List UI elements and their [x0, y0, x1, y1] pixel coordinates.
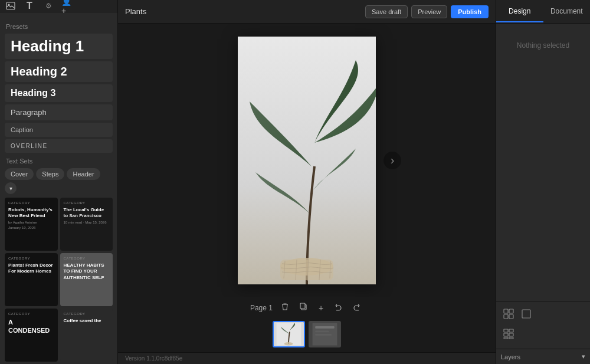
main-toolbar: Plants Save draft Preview Publish — [118, 0, 496, 24]
layout-icons — [501, 326, 585, 344]
right-sidebar: Design Document Nothing selected — [496, 0, 590, 364]
card5-title: A CONDENSED — [8, 318, 54, 335]
user-add-icon[interactable]: 👤+ — [61, 0, 73, 12]
preset-overline[interactable]: OVERLINE — [5, 139, 113, 153]
main-content: Plants Save draft Preview Publish — [118, 0, 496, 364]
preset-heading2[interactable]: Heading 2 — [5, 61, 113, 82]
card1-author: by Agatha Antoine — [8, 221, 54, 225]
left-sidebar: T ⚙ 👤+ Presets Heading 1 Heading 2 Headi… — [0, 0, 118, 364]
preview-card-1[interactable]: CATEGORY Robots, Humanity's New Best Fri… — [5, 198, 58, 251]
card5-category: CATEGORY — [8, 312, 54, 317]
preview-card-6[interactable]: CATEGORY Coffee saved the — [60, 309, 113, 362]
svg-rect-18 — [509, 314, 513, 319]
preview-card-2[interactable]: CATEGORY The Local's Guide to San Franci… — [60, 198, 113, 251]
preset-paragraph[interactable]: Paragraph — [5, 104, 113, 120]
save-draft-button[interactable]: Save draft — [365, 5, 408, 18]
preview-card-5[interactable]: CATEGORY A CONDENSED — [5, 309, 58, 362]
svg-rect-21 — [509, 329, 513, 332]
preview-cards-grid: CATEGORY Robots, Humanity's New Best Fri… — [5, 198, 113, 362]
text-icon[interactable]: T — [24, 0, 35, 12]
layers-chevron-icon: ▾ — [582, 353, 585, 360]
right-icons — [496, 301, 590, 349]
card2-sub: 10 min read · May 15, 2026 — [64, 221, 110, 225]
settings-icon[interactable]: ⚙ — [42, 0, 54, 12]
image-icon[interactable] — [5, 0, 17, 12]
undo-button[interactable] — [332, 301, 345, 314]
grid-view-button[interactable] — [501, 306, 516, 324]
svg-rect-17 — [504, 314, 508, 319]
preset-heading1[interactable]: Heading 1 — [5, 34, 113, 59]
svg-rect-25 — [509, 337, 513, 339]
svg-rect-14 — [315, 334, 332, 336]
page-title: Plants — [125, 7, 146, 16]
svg-rect-20 — [504, 329, 508, 332]
svg-rect-22 — [504, 333, 508, 336]
next-page-button[interactable]: › — [384, 152, 401, 169]
version-bar: Version 1.1.0rc8df85e — [118, 352, 496, 364]
card2-category: CATEGORY — [64, 201, 110, 206]
svg-rect-16 — [509, 309, 513, 313]
page-number-label: Page 1 — [250, 304, 273, 312]
layers-label: Layers — [501, 353, 520, 360]
svg-rect-15 — [504, 309, 508, 313]
page-thumbnails — [118, 319, 496, 352]
layout-grid-button[interactable] — [501, 326, 516, 344]
card3-title: Plants! Fresh Decor For Modern Homes — [8, 263, 54, 275]
top-toolbar: T ⚙ 👤+ — [0, 0, 117, 12]
tab-cover[interactable]: Cover — [5, 168, 34, 180]
text-sets-label: Text Sets — [5, 158, 113, 165]
card1-title: Robots, Humanity's New Best Friend — [8, 207, 54, 219]
publish-button[interactable]: Publish — [451, 5, 489, 18]
tab-header[interactable]: Header — [67, 168, 100, 180]
svg-rect-13 — [315, 330, 329, 332]
tab-document[interactable]: Document — [543, 1, 591, 22]
preset-caption[interactable]: Caption — [5, 123, 113, 137]
text-set-tabs: Cover Steps Header ▾ — [5, 168, 113, 194]
preview-card-4[interactable]: CATEGORY HEALTHY HABITS TO FIND YOUR AUT… — [60, 253, 113, 306]
svg-rect-24 — [504, 337, 508, 339]
page-controls: Page 1 + — [118, 297, 496, 319]
layers-footer[interactable]: Layers ▾ — [496, 349, 590, 364]
preset-heading3[interactable]: Heading 3 — [5, 84, 113, 102]
tab-design[interactable]: Design — [496, 1, 543, 22]
redo-button[interactable] — [350, 301, 363, 314]
single-view-button[interactable] — [519, 306, 534, 324]
card6-title: Coffee saved the — [64, 318, 110, 324]
canvas-area: › — [118, 24, 496, 297]
card1-date: January 19, 2026 — [8, 226, 54, 231]
version-text: Version 1.1.0rc8df85e — [125, 355, 182, 362]
nothing-selected-label: Nothing selected — [496, 24, 590, 301]
svg-rect-19 — [522, 310, 530, 318]
card4-title: HEALTHY HABITS TO FIND YOUR AUTHENTIC SE… — [64, 263, 110, 281]
tab-steps[interactable]: Steps — [36, 168, 64, 180]
svg-point-9 — [284, 342, 293, 346]
card1-category: CATEGORY — [8, 201, 54, 206]
toolbar-buttons: Save draft Preview Publish — [365, 5, 489, 18]
text-sets-expand-button[interactable]: ▾ — [5, 182, 17, 194]
svg-rect-23 — [509, 333, 513, 336]
preview-button[interactable]: Preview — [411, 5, 447, 18]
card4-category: CATEGORY — [64, 257, 110, 261]
add-page-button[interactable]: + — [316, 302, 326, 314]
preview-card-3[interactable]: CATEGORY Plants! Fresh Decor For Modern … — [5, 253, 58, 306]
thumbnail-page-1[interactable] — [273, 321, 305, 347]
svg-rect-6 — [300, 303, 305, 309]
duplicate-page-button[interactable] — [297, 301, 310, 314]
card6-category: CATEGORY — [64, 312, 110, 317]
delete-page-button[interactable] — [278, 301, 291, 314]
right-toolbar: Design Document — [496, 0, 590, 24]
thumbnail-page-2[interactable] — [309, 321, 341, 347]
canvas-page[interactable] — [238, 37, 376, 284]
card3-category: CATEGORY — [8, 257, 54, 261]
card2-title: The Local's Guide to San Francisco — [64, 207, 110, 219]
svg-rect-12 — [315, 326, 334, 329]
presets-label: Presets — [5, 23, 113, 30]
view-mode-icons — [501, 306, 585, 324]
